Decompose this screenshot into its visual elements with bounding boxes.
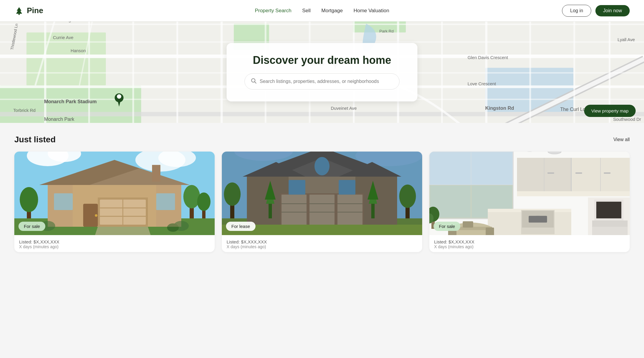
listing-image-1: For sale — [14, 152, 215, 235]
svg-rect-168 — [604, 172, 610, 174]
header-actions: Log in Join now — [562, 5, 630, 17]
main-nav: Property Search Sell Mortgage Home Valua… — [255, 8, 389, 14]
listing-info-2: Listed: $X,XXX,XXX X days (minutes ago) — [222, 235, 422, 252]
svg-rect-116 — [338, 195, 363, 226]
svg-rect-160 — [529, 216, 547, 223]
search-bar[interactable] — [244, 73, 400, 90]
pine-tree-icon — [14, 6, 24, 16]
listing-card[interactable]: For sale Listed: $X,XXX,XXX X days (minu… — [14, 152, 215, 252]
svg-point-133 — [399, 185, 416, 208]
listings-title: Just listed — [14, 135, 55, 144]
listing-badge-2: For lease — [226, 222, 256, 231]
svg-rect-169 — [517, 191, 630, 196]
svg-rect-89 — [152, 165, 160, 182]
listing-price-3: Listed: $X,XXX,XXX — [434, 239, 625, 244]
listings-section: Just listed View all — [0, 123, 644, 258]
search-input[interactable] — [260, 79, 393, 84]
listings-grid: For sale Listed: $X,XXX,XXX X days (minu… — [14, 152, 630, 252]
svg-rect-172 — [592, 220, 628, 227]
listing-image-3: For sale — [429, 152, 630, 235]
hero-title: Discover your dream home — [253, 54, 391, 67]
hero-overlay: Discover your dream home — [0, 21, 644, 123]
svg-rect-1 — [18, 14, 20, 15]
nav-home-valuation[interactable]: Home Valuation — [354, 8, 389, 14]
search-icon — [251, 78, 257, 85]
listing-meta-3: X days (minutes ago) — [434, 244, 625, 249]
svg-rect-105 — [156, 185, 181, 227]
listing-card[interactable]: For sale Listed: $X,XXX,XXX X days (minu… — [429, 152, 630, 252]
nav-sell[interactable]: Sell — [302, 8, 310, 14]
svg-marker-0 — [16, 7, 22, 14]
svg-rect-166 — [547, 172, 554, 174]
svg-rect-186 — [463, 221, 473, 228]
svg-rect-115 — [309, 195, 335, 226]
svg-rect-153 — [429, 152, 513, 185]
listing-meta-1: X days (minutes ago) — [19, 244, 210, 249]
svg-point-95 — [20, 187, 38, 212]
svg-marker-103 — [89, 227, 156, 235]
listing-info-3: Listed: $X,XXX,XXX X days (minutes ago) — [429, 235, 630, 252]
svg-line-74 — [255, 82, 256, 83]
svg-rect-127 — [289, 180, 305, 195]
svg-rect-167 — [575, 172, 582, 174]
listings-header: Just listed View all — [14, 135, 630, 144]
svg-point-131 — [224, 183, 241, 206]
nav-mortgage[interactable]: Mortgage — [321, 8, 343, 14]
hero-card: Discover your dream home — [227, 43, 417, 101]
join-button[interactable]: Join now — [595, 5, 630, 16]
view-map-button[interactable]: View property map — [584, 105, 636, 117]
svg-point-129 — [315, 157, 329, 175]
header: Pine Property Search Sell Mortgage Home … — [0, 0, 644, 21]
svg-rect-128 — [339, 180, 355, 195]
listing-info-1: Listed: $X,XXX,XXX X days (minutes ago) — [14, 235, 215, 252]
listing-badge-3: For sale — [434, 222, 460, 231]
svg-point-93 — [95, 214, 97, 217]
svg-rect-185 — [486, 228, 494, 235]
view-all-link[interactable]: View all — [613, 137, 630, 142]
hero-section: Monarch Park Stadium Monarch Park Earl H… — [0, 21, 644, 123]
listing-price-1: Listed: $X,XXX,XXX — [19, 239, 210, 244]
listing-meta-2: X days (minutes ago) — [227, 244, 417, 249]
nav-property-search[interactable]: Property Search — [255, 8, 292, 14]
svg-point-99 — [197, 192, 210, 211]
logo-text: Pine — [27, 6, 43, 15]
login-button[interactable]: Log in — [562, 5, 591, 17]
listing-badge-1: For sale — [18, 222, 45, 231]
listing-image-2: For lease — [222, 152, 422, 235]
logo[interactable]: Pine — [14, 6, 43, 16]
svg-rect-174 — [596, 202, 621, 218]
svg-rect-114 — [281, 195, 306, 226]
svg-rect-104 — [48, 185, 73, 227]
listing-price-2: Listed: $X,XXX,XXX — [227, 239, 417, 244]
listing-card[interactable]: For lease Listed: $X,XXX,XXX X days (min… — [222, 152, 422, 252]
